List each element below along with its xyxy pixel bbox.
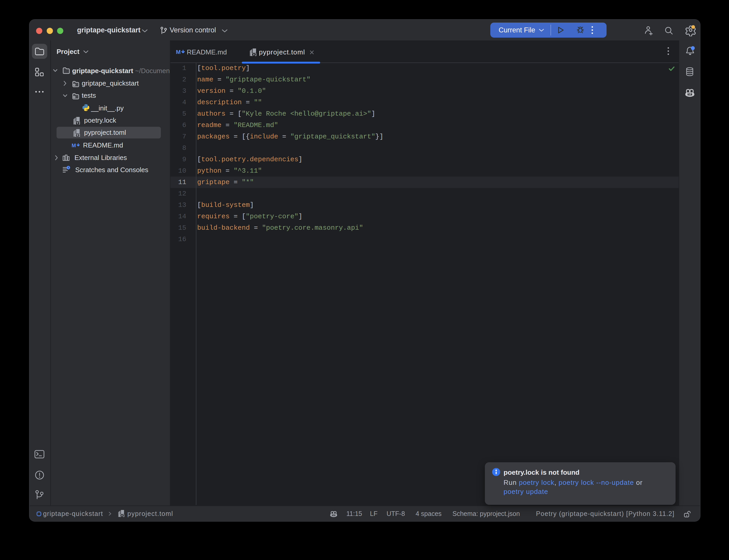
svg-text:M: M	[176, 50, 180, 55]
svg-text:M: M	[72, 143, 76, 148]
